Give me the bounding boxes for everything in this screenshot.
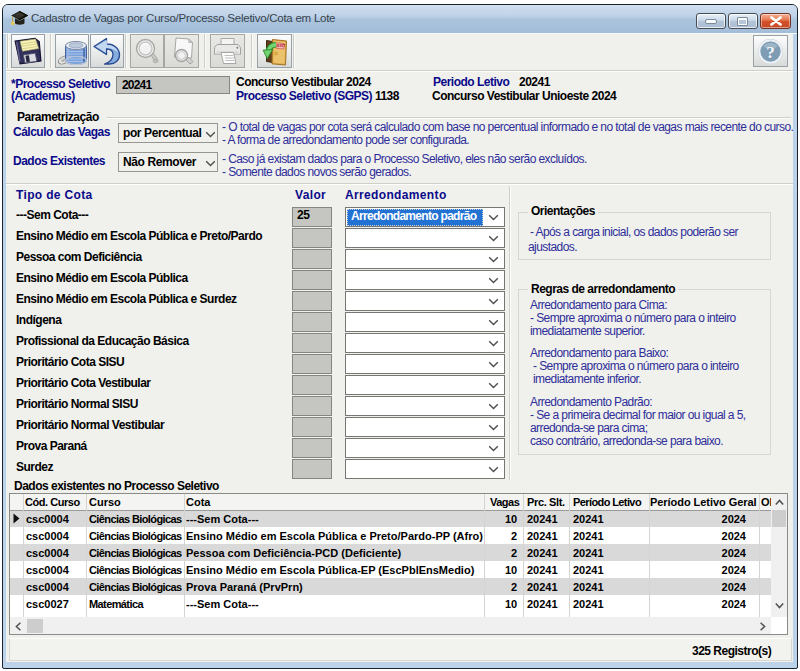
svg-text:EXIT: EXIT: [277, 44, 286, 48]
svg-text:?: ?: [766, 43, 775, 62]
